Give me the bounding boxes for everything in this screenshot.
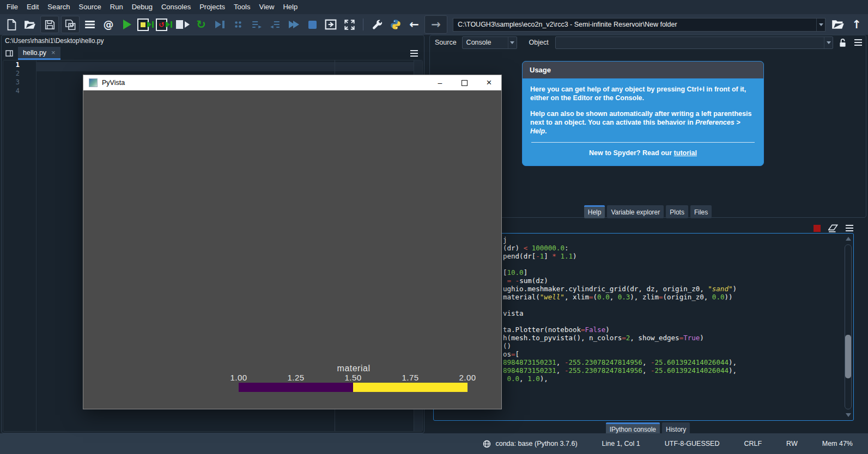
maximize-pane-button[interactable]: [323, 16, 339, 33]
usage-divider: [531, 142, 755, 143]
colorbar-tick-label: 1.50: [344, 373, 361, 382]
menu-projects[interactable]: Projects: [195, 0, 229, 14]
memory-status: Mem 47%: [822, 440, 853, 447]
usage-paragraph-3: New to Spyder? Read our tutorial: [530, 149, 756, 157]
debug-stop-button[interactable]: [304, 16, 320, 33]
restart-kernel-button[interactable]: ↻: [193, 16, 209, 33]
file-list-icon: [84, 20, 95, 29]
tutorial-link[interactable]: tutorial: [674, 149, 697, 157]
new-file-button[interactable]: [3, 16, 20, 33]
line-number-gutter: 1234: [3, 60, 37, 431]
debug-step-return-button[interactable]: [267, 16, 283, 33]
fullscreen-icon: [344, 19, 355, 30]
colorbar-tick-label: 2.00: [459, 373, 476, 382]
preferences-button[interactable]: [369, 16, 385, 33]
usage-card: Usage Here you can get help of any objec…: [522, 61, 764, 166]
maximize-button[interactable]: [452, 75, 477, 90]
colorbar-high-segment: [353, 383, 468, 392]
pyvista-window[interactable]: PyVista – × material 1.001.251.501.752.0…: [83, 75, 502, 409]
encoding-status: UTF-8-GUESSED: [665, 440, 720, 447]
menu-tools[interactable]: Tools: [229, 0, 254, 14]
menu-bar: FileEditSearchSourceRunDebugConsolesProj…: [0, 0, 868, 14]
debug-step-into-button[interactable]: [248, 16, 265, 33]
tab-files[interactable]: Files: [690, 205, 712, 218]
browse-folder-icon: [831, 20, 845, 29]
save-button[interactable]: [40, 16, 59, 33]
debug-step-button[interactable]: [230, 16, 246, 33]
stop-icon: [308, 21, 317, 29]
object-label: Object: [529, 39, 549, 46]
minimize-button[interactable]: –: [428, 75, 452, 90]
pyvista-title: PyVista: [102, 79, 428, 87]
debug-dots-icon: [234, 20, 242, 29]
scroll-down-icon[interactable]: [846, 413, 851, 417]
colorbar-title: material: [337, 364, 371, 373]
interrupt-kernel-icon[interactable]: [814, 225, 821, 232]
menu-debug[interactable]: Debug: [128, 0, 157, 14]
save-all-button[interactable]: [61, 16, 80, 33]
menu-help[interactable]: Help: [278, 0, 302, 14]
eraser-icon[interactable]: [828, 224, 838, 232]
find-symbols-button[interactable]: @: [100, 16, 117, 33]
console-options-button[interactable]: [846, 225, 853, 231]
menu-consoles[interactable]: Consoles: [157, 0, 195, 14]
usage-title: Usage: [523, 62, 763, 79]
scrollbar-thumb[interactable]: [845, 335, 851, 378]
run-button[interactable]: [119, 16, 135, 33]
console-scrollbar[interactable]: [845, 237, 852, 417]
working-directory-combobox[interactable]: C:\TOUGH3\samples\eco2n_v2\rcc3 - Semi-i…: [453, 18, 825, 32]
pyvista-title-bar[interactable]: PyVista – ×: [83, 75, 501, 90]
main-toolbar: @ ↺ ↻: [0, 14, 868, 35]
menu-search[interactable]: Search: [43, 0, 74, 14]
maximize-pane-icon: [325, 19, 337, 30]
back-button[interactable]: ←: [406, 16, 422, 33]
menu-source[interactable]: Source: [75, 0, 106, 14]
pyvista-render-view[interactable]: material 1.001.251.501.752.00: [83, 90, 501, 408]
wrench-icon: [372, 19, 383, 30]
tab-variable-explorer[interactable]: Variable explorer: [607, 205, 664, 218]
tab-close-icon[interactable]: ×: [51, 48, 56, 57]
menu-run[interactable]: Run: [106, 0, 128, 14]
menu-edit[interactable]: Edit: [22, 0, 43, 14]
tab-plots[interactable]: Plots: [666, 205, 688, 218]
debug-continue-button[interactable]: [286, 16, 302, 33]
usage-body: Here you can get help of any object by p…: [523, 79, 763, 165]
forward-button[interactable]: →: [424, 15, 447, 34]
new-file-icon: [7, 19, 17, 30]
help-object-combobox[interactable]: [555, 36, 833, 49]
scrollbar-track[interactable]: [845, 244, 852, 409]
lock-open-icon[interactable]: [839, 38, 847, 47]
parent-directory-button[interactable]: ↑: [848, 16, 865, 33]
tab-label: hello.py: [23, 49, 46, 57]
working-directory-value: C:\TOUGH3\samples\eco2n_v2\rcc3 - Semi-i…: [458, 21, 816, 28]
close-button[interactable]: ×: [477, 75, 501, 90]
browse-tabs-button[interactable]: [4, 48, 15, 59]
hamburger-icon: [410, 50, 418, 57]
help-toolbar: Source Console Object: [429, 35, 866, 50]
tab-hello-py[interactable]: hello.py ×: [18, 47, 60, 60]
help-source-combobox[interactable]: Console: [462, 36, 517, 49]
fullscreen-button[interactable]: [341, 16, 357, 33]
step-return-icon: [270, 20, 281, 29]
python-path-button[interactable]: [387, 16, 404, 33]
editor-options-button[interactable]: [409, 48, 420, 59]
debug-file-button[interactable]: [211, 16, 228, 33]
run-icon: [123, 20, 131, 29]
open-file-button[interactable]: [22, 16, 38, 33]
run-cell-advance-button[interactable]: ↺: [156, 16, 172, 33]
open-directory-button[interactable]: [830, 16, 846, 33]
run-cell-button[interactable]: [137, 16, 154, 33]
working-directory-dropdown[interactable]: [816, 19, 825, 31]
readwrite-status: RW: [786, 440, 798, 447]
help-options-button[interactable]: [854, 39, 862, 46]
editor-file-path: C:\Users\rhashi1\Desktop\hello.py: [2, 35, 424, 47]
menu-file[interactable]: File: [2, 0, 22, 14]
menu-view[interactable]: View: [254, 0, 278, 14]
file-switcher-button[interactable]: [82, 16, 98, 33]
interpreter-status[interactable]: conda: base (Python 3.7.6): [483, 440, 577, 448]
chevron-down-icon: [819, 23, 823, 26]
scroll-up-icon[interactable]: [846, 237, 851, 241]
run-selection-button[interactable]: [174, 16, 191, 33]
tab-help[interactable]: Help: [584, 205, 605, 218]
chevron-down-icon: [827, 41, 831, 44]
